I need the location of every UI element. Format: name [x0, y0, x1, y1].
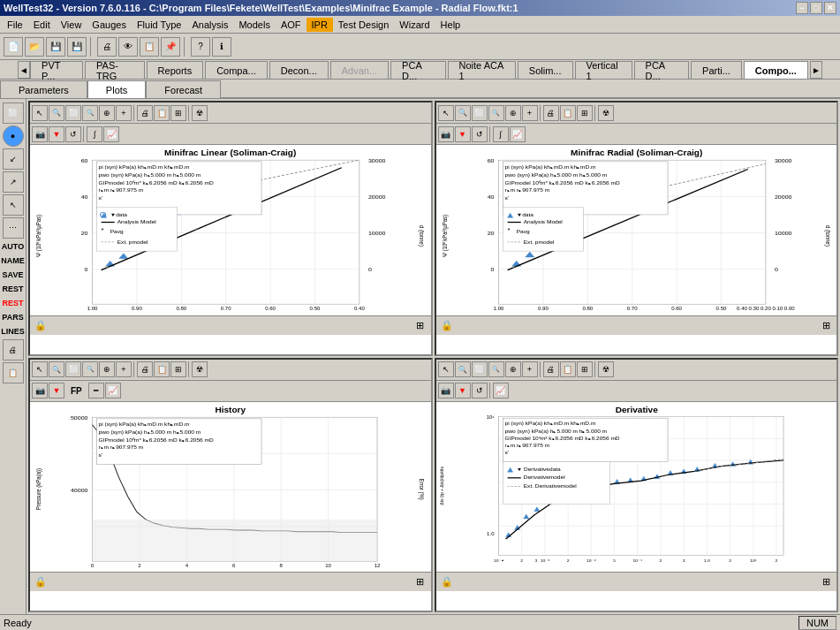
toolbar-paste[interactable]: 📌	[161, 37, 180, 57]
bl-cursor-btn[interactable]: ↖	[32, 361, 48, 377]
side-btn-1[interactable]: ⬜	[3, 102, 24, 124]
menu-file[interactable]: File	[2, 18, 28, 32]
menu-fluid-type[interactable]: Fluid Type	[132, 18, 187, 32]
side-btn-4[interactable]: ↗	[3, 171, 24, 193]
menu-gauges[interactable]: Gauges	[87, 18, 132, 32]
br-zoom-in-btn[interactable]: 🔍	[455, 361, 471, 377]
bl-line-btn[interactable]: ━	[88, 383, 104, 398]
tr-print-btn[interactable]: 🖨	[543, 105, 559, 121]
tab-pca-d2[interactable]: PCA D...	[634, 61, 689, 79]
tab-noite[interactable]: Noite ACA 1	[448, 61, 516, 79]
bl-pan-btn[interactable]: ⊕	[99, 361, 115, 377]
bl-copy-btn[interactable]: 📋	[154, 361, 170, 377]
toolbar-save2[interactable]: 💾	[67, 37, 87, 57]
br-pan-btn[interactable]: ⊕	[505, 361, 521, 377]
tl-fit-btn[interactable]: ⊞	[170, 105, 186, 121]
subtab-parameters[interactable]: Parameters	[0, 80, 87, 98]
br-down-btn[interactable]: ▼	[455, 383, 471, 398]
tl-cam-btn[interactable]: 📷	[32, 126, 48, 142]
tr-expand-icon[interactable]: ⊞	[819, 318, 833, 332]
tr-calc-btn[interactable]: ∫	[493, 126, 509, 142]
tab-reports[interactable]: Reports	[147, 61, 204, 79]
tr-box-btn[interactable]: ⬜	[472, 105, 488, 121]
tab-compo[interactable]: Compo...	[744, 61, 808, 79]
menu-wizard[interactable]: Wizard	[394, 18, 435, 32]
tr-graph-btn[interactable]: 📈	[510, 126, 526, 142]
tr-pan-btn[interactable]: ⊕	[505, 105, 521, 121]
tr-down-btn[interactable]: ▼	[455, 126, 471, 142]
subtab-forecast[interactable]: Forecast	[146, 80, 221, 98]
tl-box-btn[interactable]: ⬜	[65, 105, 81, 121]
maximize-button[interactable]: □	[810, 2, 822, 14]
bl-zoom-in-btn[interactable]: 🔍	[49, 361, 64, 377]
bl-cross-btn[interactable]: +	[116, 361, 132, 377]
tr-cursor-btn[interactable]: ↖	[438, 105, 454, 121]
br-print-btn[interactable]: 🖨	[543, 361, 559, 377]
bl-zoom-out-btn[interactable]: 🔍	[82, 361, 98, 377]
tl-down-btn[interactable]: ▼	[49, 126, 64, 142]
side-btn-6[interactable]: ⋯	[3, 217, 24, 239]
side-label-pars[interactable]: PARS	[2, 311, 23, 323]
bl-graph-btn[interactable]: 📈	[105, 383, 121, 398]
tr-lock-icon[interactable]: 🔒	[440, 318, 454, 332]
toolbar-save[interactable]: 💾	[46, 37, 65, 57]
bl-fit-btn[interactable]: ⊞	[170, 361, 186, 377]
toolbar-preview[interactable]: 👁	[118, 37, 138, 57]
tl-expand-icon[interactable]: ⊞	[413, 318, 428, 332]
side-btn-5[interactable]: ↖	[3, 194, 24, 216]
tr-zoom-out-btn[interactable]: 🔍	[488, 105, 504, 121]
bl-down-btn[interactable]: ▼	[49, 383, 64, 398]
tl-cross-btn[interactable]: +	[116, 105, 132, 121]
tab-compa[interactable]: Compa...	[205, 61, 268, 79]
bl-expand-icon[interactable]: ⊞	[413, 575, 428, 589]
menu-aof[interactable]: AOF	[276, 18, 306, 32]
side-label-save[interactable]: SAVE	[3, 269, 24, 281]
tr-rad-btn[interactable]: ☢	[598, 105, 614, 121]
side-label-lines[interactable]: LINES	[1, 325, 25, 338]
br-cursor-btn[interactable]: ↖	[438, 361, 454, 377]
tab-pca-d[interactable]: PCA D...	[390, 61, 445, 79]
tab-decon[interactable]: Decon...	[269, 61, 329, 79]
side-label-rest[interactable]: REST	[2, 283, 23, 295]
tr-cross-btn[interactable]: +	[522, 105, 538, 121]
menu-edit[interactable]: Edit	[28, 18, 56, 32]
menu-view[interactable]: View	[56, 18, 87, 32]
side-label-rest2[interactable]: REST	[2, 297, 23, 309]
tl-cursor-btn[interactable]: ↖	[32, 105, 48, 121]
menu-models[interactable]: Models	[233, 18, 275, 32]
tl-copy-btn[interactable]: 📋	[154, 105, 170, 121]
toolbar-print[interactable]: 🖨	[97, 37, 117, 57]
br-copy-btn[interactable]: 📋	[560, 361, 576, 377]
side-btn-print[interactable]: 🖨	[3, 339, 24, 361]
br-cross-btn[interactable]: +	[522, 361, 538, 377]
bl-rad-btn[interactable]: ☢	[192, 361, 208, 377]
tl-graph-btn[interactable]: 📈	[103, 126, 119, 142]
tab-nav-next[interactable]: ►	[810, 61, 822, 79]
tab-pas-trg[interactable]: PAS-TRG	[85, 61, 145, 79]
tl-calc-btn[interactable]: ∫	[87, 126, 102, 142]
subtab-plots[interactable]: Plots	[87, 80, 146, 98]
tab-parti[interactable]: Parti...	[691, 61, 742, 79]
tl-lock-icon[interactable]: 🔒	[34, 318, 48, 332]
menu-ipr[interactable]: IPR	[306, 18, 333, 32]
menu-test-design[interactable]: Test Design	[333, 18, 394, 32]
toolbar-open[interactable]: 📂	[25, 37, 44, 57]
tr-cam-btn[interactable]: 📷	[438, 126, 454, 142]
close-button[interactable]: ✕	[824, 2, 836, 14]
br-expand-icon[interactable]: ⊞	[819, 575, 833, 589]
tr-zoom-in-btn[interactable]: 🔍	[455, 105, 471, 121]
tl-print-btn[interactable]: 🖨	[137, 105, 153, 121]
side-label-name[interactable]: NAME	[1, 254, 25, 267]
br-graph-btn[interactable]: 📈	[493, 383, 509, 398]
toolbar-new[interactable]: 📄	[4, 37, 23, 57]
bl-lock-icon[interactable]: 🔒	[34, 575, 48, 589]
tl-rad-btn[interactable]: ☢	[192, 105, 208, 121]
tab-solim[interactable]: Solim...	[518, 61, 573, 79]
toolbar-help[interactable]: ?	[191, 37, 210, 57]
tr-copy-btn[interactable]: 📋	[560, 105, 576, 121]
minimize-button[interactable]: −	[796, 2, 808, 14]
tl-zoom-in-btn[interactable]: 🔍	[49, 105, 64, 121]
br-rad-btn[interactable]: ☢	[598, 361, 614, 377]
menu-help[interactable]: Help	[435, 18, 466, 32]
br-lock-icon[interactable]: 🔒	[440, 575, 454, 589]
